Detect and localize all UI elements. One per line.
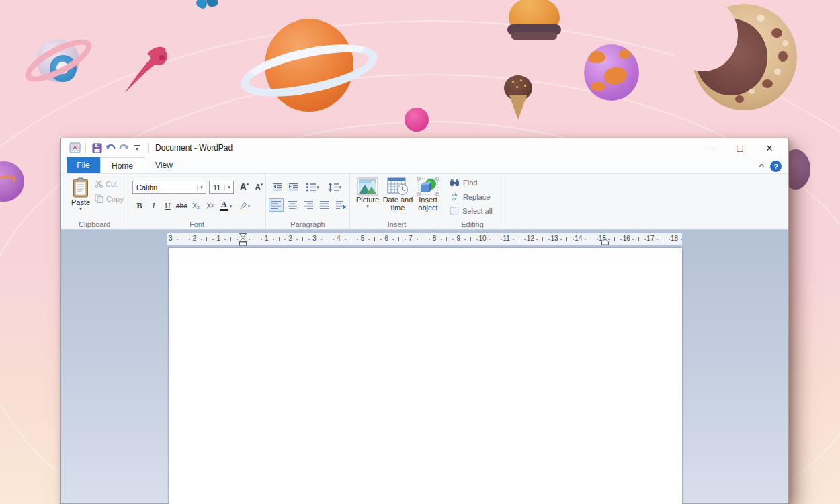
align-center-button[interactable] xyxy=(285,198,300,212)
font-family-combobox[interactable]: Calibri ▾ xyxy=(132,181,206,194)
copy-button[interactable]: Copy xyxy=(95,194,124,203)
wordpad-window: ▾ Document - WordPad – □ ✕ File Home Vie… xyxy=(60,138,789,504)
ruler-tick xyxy=(249,239,250,240)
maximize-button[interactable]: □ xyxy=(725,138,755,157)
font-size-combobox[interactable]: 11 ▾ xyxy=(209,181,234,194)
underline-button[interactable]: U xyxy=(161,199,175,212)
paragraph-settings-button[interactable] xyxy=(333,198,348,212)
save-button[interactable] xyxy=(90,141,103,155)
ruler-tick xyxy=(230,237,231,241)
ruler-tick xyxy=(423,237,423,241)
group-label-font: Font xyxy=(128,220,265,228)
redo-button[interactable] xyxy=(117,141,130,155)
date-and-time-button[interactable]: Date and time xyxy=(382,177,413,212)
cut-button[interactable]: Cut xyxy=(95,180,117,188)
insert-object-icon xyxy=(417,177,439,196)
ruler-tick xyxy=(441,239,442,240)
ruler-tick xyxy=(398,237,399,241)
desktop: ▾ Document - WordPad – □ ✕ File Home Vie… xyxy=(0,0,840,504)
tab-file[interactable]: File xyxy=(67,157,100,173)
line-spacing-button[interactable]: ▾ xyxy=(324,180,345,194)
align-right-button[interactable] xyxy=(301,198,316,212)
tab-view[interactable]: View xyxy=(144,157,183,173)
increase-indent-button[interactable] xyxy=(286,180,301,194)
chevron-down-icon[interactable]: ▾ xyxy=(224,185,233,190)
ruler-tick xyxy=(446,237,447,241)
insert-object-button[interactable]: Insert object xyxy=(415,177,442,212)
insert-picture-button[interactable]: Picture ▾ xyxy=(354,177,381,208)
font-color-button[interactable]: A ▾ xyxy=(217,199,235,212)
chevron-down-icon: ▾ xyxy=(248,204,251,208)
ruler-number: 13 xyxy=(551,235,558,242)
group-label-paragraph: Paragraph xyxy=(266,220,349,228)
ruler-tick xyxy=(513,239,514,240)
minimize-button[interactable]: – xyxy=(696,138,725,157)
ruler-tick xyxy=(464,239,466,240)
tab-home[interactable]: Home xyxy=(100,157,144,173)
justify-button[interactable] xyxy=(317,198,332,212)
bullet-list-icon xyxy=(306,183,317,192)
superscript-button[interactable]: X² xyxy=(203,199,217,212)
close-button[interactable]: ✕ xyxy=(755,138,784,157)
shrink-font-button[interactable]: A ▾ xyxy=(252,180,266,194)
ruler-number: 17 xyxy=(646,235,654,242)
ruler-tick xyxy=(321,239,322,240)
align-center-icon xyxy=(288,201,297,209)
align-left-button[interactable] xyxy=(269,198,284,212)
copy-icon xyxy=(95,194,103,203)
ruler-number: 9 xyxy=(457,235,461,242)
ruler-number: 14 xyxy=(575,235,582,242)
wordpad-app-icon[interactable] xyxy=(68,141,81,155)
decrease-indent-button[interactable] xyxy=(270,180,285,194)
ruler-tick xyxy=(357,239,358,240)
ruler[interactable]: 321123456789101112131415161718 xyxy=(167,233,682,245)
find-button[interactable]: Find xyxy=(450,179,477,187)
ruler-tick xyxy=(657,239,658,240)
collapse-ribbon-button[interactable]: ^ xyxy=(758,163,764,171)
titlebar[interactable]: ▾ Document - WordPad – □ ✕ xyxy=(61,138,788,157)
ruler-number: 2 xyxy=(193,235,197,242)
help-button[interactable]: ? xyxy=(770,161,782,172)
replace-button[interactable]: ab ac Replace xyxy=(450,193,490,201)
bullets-button[interactable]: ▾ xyxy=(302,180,323,194)
caret-down-icon: ▾ xyxy=(261,182,263,187)
ruler-tick xyxy=(573,239,574,240)
group-label-insert: Insert xyxy=(350,220,444,228)
ruler-tick xyxy=(284,239,286,240)
subscript-button[interactable]: X₂ xyxy=(189,199,203,212)
highlight-color-button[interactable]: ▾ xyxy=(235,199,253,212)
ruler-tick xyxy=(308,239,310,240)
paste-button[interactable]: Paste ▾ xyxy=(68,177,93,211)
ruler-tick xyxy=(452,239,454,240)
customize-quick-access-button[interactable]: ▾ xyxy=(130,141,144,155)
ruler-tick xyxy=(597,239,598,240)
decrease-indent-icon xyxy=(272,183,283,192)
separator xyxy=(148,143,149,153)
strikethrough-button[interactable]: abc xyxy=(175,199,189,212)
saturn-planet xyxy=(27,32,101,99)
ruler-number: 5 xyxy=(361,235,365,242)
undo-button[interactable] xyxy=(103,141,117,155)
ruler-tick xyxy=(542,237,543,241)
group-label-clipboard: Clipboard xyxy=(61,220,128,228)
line-spacing-icon xyxy=(328,183,339,192)
indent-marker[interactable] xyxy=(239,233,247,246)
document-page[interactable] xyxy=(169,248,682,504)
justify-icon xyxy=(320,201,329,209)
ruler-tick xyxy=(261,239,262,240)
highlighter-icon xyxy=(238,201,248,210)
ruler-tick xyxy=(495,237,495,241)
ribbon: Paste ▾ Cut xyxy=(61,173,788,230)
ruler-tick xyxy=(591,237,591,241)
bold-button[interactable]: B xyxy=(132,199,146,212)
italic-button[interactable]: I xyxy=(146,199,161,212)
pink-ball xyxy=(405,108,429,132)
right-indent-marker[interactable] xyxy=(601,239,609,245)
ruler-tick xyxy=(302,237,303,241)
grow-font-button[interactable]: A ▾ xyxy=(237,180,251,194)
paste-clipboard-icon xyxy=(72,177,89,198)
select-all-button[interactable]: Select all xyxy=(450,207,493,215)
group-paragraph: ▾ ▾ xyxy=(266,174,350,229)
chevron-down-icon[interactable]: ▾ xyxy=(197,185,206,190)
ruler-tick xyxy=(296,239,298,240)
